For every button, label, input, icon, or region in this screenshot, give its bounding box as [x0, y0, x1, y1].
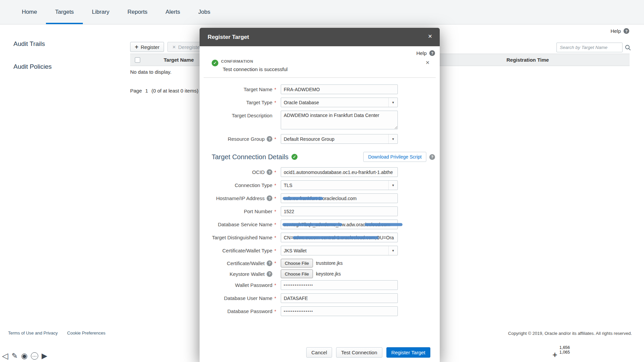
field-port-number: Port Number *	[200, 206, 440, 216]
required-asterisk: *	[274, 309, 277, 314]
choose-file-button[interactable]: Choose File	[281, 259, 313, 267]
chevron-down-icon	[388, 246, 397, 255]
empty-table-message: No data to display.	[130, 69, 171, 75]
page-help-label: Help	[610, 28, 621, 34]
tab-jobs[interactable]: Jobs	[189, 0, 219, 24]
required-asterisk: *	[274, 100, 277, 105]
help-icon[interactable]	[267, 169, 272, 175]
field-label: Database Password	[227, 308, 272, 314]
wallet-type-select[interactable]: JKS Wallet	[281, 246, 398, 255]
select-value: Oracle Database	[284, 100, 319, 105]
dialog-header[interactable]: Register Target	[200, 28, 440, 46]
field-connection-type: Connection Type * TLS	[200, 180, 440, 190]
database-password-input[interactable]	[281, 306, 398, 316]
required-asterisk: *	[274, 87, 277, 92]
required-asterisk: *	[274, 235, 277, 240]
field-database-user-name: Database User Name *	[200, 293, 440, 303]
register-target-dialog: Register Target Help CONFIRMATION Test c…	[200, 28, 440, 362]
x-icon	[172, 45, 176, 49]
top-navigation: Home Targets Library Reports Alerts Jobs	[0, 0, 644, 24]
footer-links: Terms of Use and Privacy Cookie Preferen…	[8, 330, 105, 336]
target-name-input[interactable]	[281, 84, 398, 94]
cookie-preferences-link[interactable]: Cookie Preferences	[67, 330, 105, 336]
field-label: Database Service Name	[218, 222, 272, 227]
redaction-mark	[365, 223, 402, 226]
column-target-name[interactable]: Target Name	[164, 57, 194, 63]
record-icon[interactable]	[21, 352, 28, 360]
required-asterisk: *	[274, 196, 277, 201]
close-icon[interactable]	[428, 34, 432, 39]
download-privilege-script-button[interactable]: Download Privilege Script	[363, 152, 426, 162]
help-icon[interactable]	[429, 154, 435, 160]
chevron-down-icon	[388, 181, 397, 190]
help-icon[interactable]	[429, 50, 435, 56]
required-asterisk: *	[274, 248, 277, 253]
keystore-file-name: keystore.jks	[316, 271, 341, 277]
field-keystore-wallet: Keystore Wallet Choose File keystore.jks	[200, 269, 440, 278]
target-description-textarea[interactable]: ADWDEMO instance in Frankfurt Data Cente…	[281, 111, 398, 129]
ocid-input[interactable]	[281, 167, 398, 177]
tab-home[interactable]: Home	[13, 0, 46, 24]
help-icon[interactable]	[267, 271, 272, 277]
register-button[interactable]: Register	[130, 42, 164, 52]
search-icon[interactable]	[625, 44, 631, 51]
required-asterisk: *	[274, 296, 277, 301]
database-user-name-input[interactable]	[281, 293, 398, 303]
field-target-distinguished-name: Target Distinguished Name *	[200, 233, 440, 242]
help-icon[interactable]	[267, 195, 272, 201]
tab-library[interactable]: Library	[83, 0, 118, 24]
field-resource-group: Resource Group * Default Resource Group	[200, 134, 440, 144]
crosshair-cursor-icon	[552, 351, 557, 359]
field-label: Certificate/Wallet Type	[222, 248, 272, 253]
redaction-mark	[293, 236, 379, 239]
field-label: OCID	[252, 169, 265, 175]
field-target-name: Target Name *	[200, 84, 440, 94]
field-hostname: Hostname/IP Address *	[200, 193, 440, 203]
terms-link[interactable]: Terms of Use and Privacy	[8, 330, 58, 336]
dialog-title: Register Target	[208, 34, 249, 41]
field-wallet-password: Wallet Password *	[200, 280, 440, 290]
pencil-icon[interactable]	[11, 352, 17, 360]
register-target-button[interactable]: Register Target	[386, 347, 430, 358]
required-asterisk: *	[274, 222, 277, 227]
help-icon[interactable]	[267, 260, 272, 266]
success-check-icon	[291, 154, 298, 160]
field-label: Hostname/IP Address	[216, 195, 265, 201]
help-icon[interactable]	[624, 28, 629, 34]
sidebar-item-audit-trails[interactable]: Audit Trails	[13, 40, 45, 48]
target-type-select[interactable]: Oracle Database	[281, 98, 398, 107]
sidebar-item-audit-policies[interactable]: Audit Policies	[13, 63, 52, 70]
tab-targets[interactable]: Targets	[46, 0, 83, 24]
port-number-input[interactable]	[281, 206, 398, 216]
field-label: Database User Name	[224, 295, 272, 301]
select-all-checkbox[interactable]	[135, 57, 140, 63]
resource-group-select[interactable]: Default Resource Group	[281, 134, 398, 144]
search-input[interactable]	[556, 43, 623, 52]
select-value: TLS	[284, 183, 292, 188]
confirmation-heading: CONFIRMATION	[221, 59, 440, 63]
wallet-password-input[interactable]	[281, 280, 398, 290]
pagination: Page 1 (0 of at least 0 items)	[130, 88, 209, 94]
required-asterisk: *	[274, 183, 277, 188]
tab-reports[interactable]: Reports	[118, 0, 157, 24]
field-certificate-wallet: Certificate/Wallet * Choose File trustst…	[200, 259, 440, 267]
forward-arrow-icon[interactable]	[42, 352, 47, 360]
dismiss-confirmation-icon[interactable]	[425, 60, 430, 65]
cancel-button[interactable]: Cancel	[306, 347, 332, 358]
test-connection-button[interactable]: Test Connection	[336, 347, 382, 358]
choose-file-button[interactable]: Choose File	[281, 269, 313, 278]
required-asterisk: *	[274, 260, 277, 266]
column-registration-time[interactable]: Registration Time	[506, 57, 549, 63]
more-options-icon[interactable]	[31, 352, 38, 360]
back-arrow-icon[interactable]	[2, 351, 8, 361]
page-help[interactable]: Help	[610, 28, 629, 34]
tab-alerts[interactable]: Alerts	[157, 0, 189, 24]
field-database-password: Database Password *	[200, 306, 440, 316]
help-icon[interactable]	[267, 136, 272, 142]
connection-type-select[interactable]: TLS	[281, 180, 398, 190]
plus-icon	[135, 44, 139, 50]
required-asterisk: *	[274, 170, 277, 175]
truststore-file-name: truststore.jks	[316, 260, 342, 266]
dialog-help[interactable]: Help	[200, 46, 440, 56]
section-title: Target Connection Details	[212, 153, 298, 161]
